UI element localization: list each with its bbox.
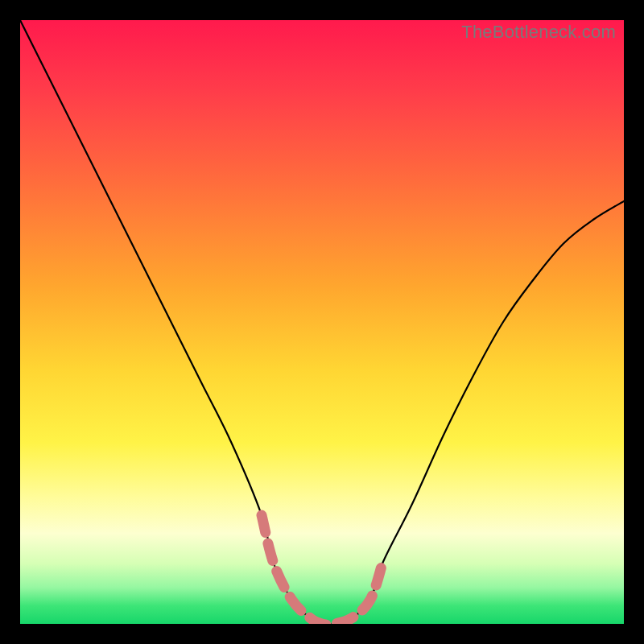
bottleneck-marker-path xyxy=(262,515,382,624)
plot-area: TheBottleneck.com xyxy=(20,20,624,624)
bottleneck-curve-path xyxy=(20,20,624,624)
bottleneck-chart xyxy=(20,20,624,624)
